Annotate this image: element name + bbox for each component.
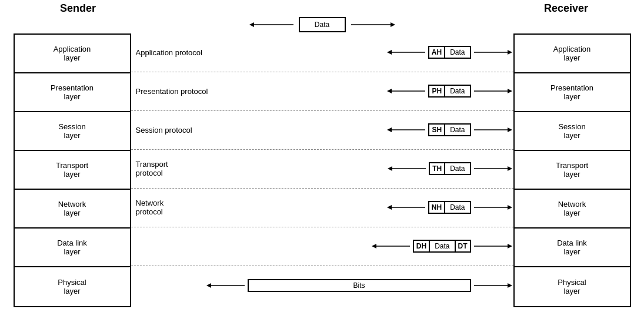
session-data-strip: SH Data	[428, 123, 471, 136]
top-labels: Sender Receiver	[14, 2, 631, 15]
th-header: TH	[430, 163, 445, 174]
phys-data: Bits	[249, 280, 470, 291]
dh-header: DH	[414, 241, 430, 251]
net-arrow-right	[471, 203, 512, 212]
receiver-physical-layer: Physicallayer	[515, 267, 630, 306]
sess-data: Data	[445, 125, 469, 135]
trans-arrow-right	[471, 164, 512, 173]
sender-network-layer: Networklayer	[15, 190, 130, 229]
presentation-row: Presentation protocol PH Data	[131, 72, 513, 111]
presentation-data-strip: PH Data	[428, 85, 471, 98]
network-row: Networkprotocol NH Data	[131, 189, 513, 227]
application-protocol-label: Application protocol	[136, 48, 206, 57]
receiver-presentation-layer: Presentationlayer	[515, 73, 630, 112]
net-arrow-left	[387, 203, 428, 212]
receiver-label: Receiver	[508, 2, 625, 15]
layers-area: Applicationlayer Presentationlayer Sessi…	[14, 33, 631, 307]
sender-transport-layer: Transportlayer	[15, 151, 130, 190]
app-arrow-right	[471, 48, 512, 57]
pres-arrow-left	[387, 86, 428, 96]
osi-diagram: Sender Receiver Data Applicationlayer P	[14, 2, 631, 307]
network-data-strip: NH Data	[428, 201, 471, 214]
phys-arrow-right	[471, 281, 512, 290]
receiver-network-layer: Networklayer	[515, 190, 630, 229]
receiver-transport-layer: Transportlayer	[515, 151, 630, 190]
svg-marker-15	[508, 127, 512, 132]
receiver-datalink-layer: Data linklayer	[515, 229, 630, 267]
app-data: Data	[445, 47, 469, 58]
svg-marker-11	[508, 89, 512, 93]
svg-marker-21	[387, 205, 392, 210]
svg-marker-17	[388, 166, 392, 171]
pres-data: Data	[445, 86, 469, 96]
sender-session-layer: Sessionlayer	[15, 112, 130, 151]
sender-presentation-layer: Presentationlayer	[15, 73, 130, 112]
sender-column: Applicationlayer Presentationlayer Sessi…	[14, 33, 131, 307]
svg-marker-3	[391, 22, 395, 27]
svg-marker-23	[508, 205, 512, 210]
physical-data-strip: Bits	[248, 279, 471, 292]
top-data-box: Data	[299, 17, 346, 32]
svg-marker-9	[387, 89, 392, 93]
svg-marker-31	[508, 283, 512, 288]
datalink-row: DH Data DT	[131, 227, 513, 266]
top-arrow-right	[348, 20, 395, 29]
transport-protocol-label: Transportprotocol	[136, 160, 206, 177]
svg-marker-19	[508, 166, 512, 171]
sess-arrow-left	[387, 125, 428, 135]
application-data-strip: AH Data	[428, 46, 471, 59]
ph-header: PH	[429, 86, 445, 96]
physical-row: Bits	[131, 266, 513, 305]
sender-datalink-layer: Data linklayer	[15, 229, 130, 267]
sender-application-layer: Applicationlayer	[15, 35, 130, 73]
pres-arrow-right	[471, 86, 512, 96]
sess-arrow-right	[471, 125, 512, 135]
receiver-session-layer: Sessionlayer	[515, 112, 630, 151]
svg-marker-27	[508, 244, 512, 248]
sh-header: SH	[429, 125, 445, 135]
session-row: Session protocol SH Data	[131, 111, 513, 150]
network-protocol-label: Networkprotocol	[136, 199, 206, 216]
nh-header: NH	[429, 202, 445, 213]
trans-arrow-left	[388, 164, 429, 173]
net-data: Data	[445, 202, 469, 213]
trans-data: Data	[445, 163, 469, 174]
svg-marker-1	[249, 22, 254, 27]
receiver-column: Applicationlayer Presentationlayer Sessi…	[513, 33, 631, 307]
svg-marker-25	[372, 244, 376, 248]
transport-row: Transportprotocol TH Data	[131, 150, 513, 189]
phys-arrow-left	[206, 281, 248, 290]
svg-marker-29	[206, 283, 211, 288]
application-row: Application protocol AH Data	[131, 33, 513, 72]
top-arrow-left	[249, 20, 296, 29]
middle-area: Application protocol AH Data	[131, 33, 513, 307]
app-arrow-left	[387, 48, 428, 57]
sender-physical-layer: Physicallayer	[15, 267, 130, 306]
receiver-application-layer: Applicationlayer	[515, 35, 630, 73]
svg-marker-5	[387, 50, 392, 55]
svg-marker-7	[508, 50, 512, 55]
dl-arrow-left	[372, 241, 413, 251]
dl-data: Data	[430, 241, 454, 251]
sender-label: Sender	[19, 2, 137, 15]
svg-marker-13	[387, 127, 392, 132]
dt-trailer: DT	[455, 241, 470, 251]
session-protocol-label: Session protocol	[136, 126, 206, 135]
dl-arrow-right	[471, 241, 512, 251]
datalink-data-strip: DH Data DT	[413, 240, 471, 253]
ah-header: AH	[429, 47, 445, 58]
presentation-protocol-label: Presentation protocol	[136, 87, 208, 96]
transport-data-strip: TH Data	[429, 162, 471, 175]
